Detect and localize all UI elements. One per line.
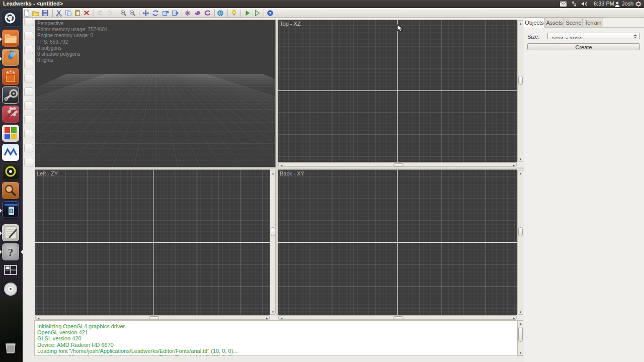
svg-text:?: ? bbox=[8, 246, 14, 258]
svg-text:B: B bbox=[9, 207, 14, 215]
svg-text:?: ? bbox=[269, 11, 271, 16]
